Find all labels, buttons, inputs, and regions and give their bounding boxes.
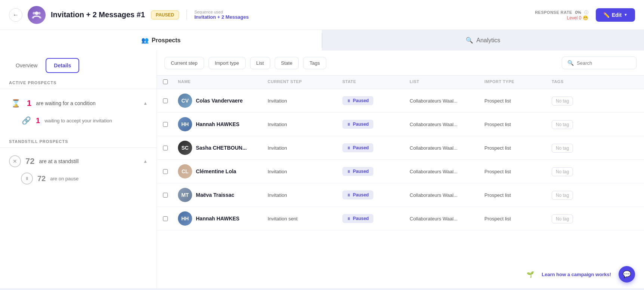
filter-list[interactable]: List (250, 57, 270, 69)
row-checkbox-cell (163, 169, 178, 174)
row-checkbox-5[interactable] (163, 216, 168, 221)
list-cell-4: Collaborateurs Waal... (410, 192, 484, 198)
no-tag-0: No tag (552, 97, 573, 106)
response-rate-block: RESPONSE RATE 0% ⓘ Level 0 😬 (535, 9, 588, 21)
standstill-row[interactable]: ✕ 72 are at a standstill ▲ (0, 152, 157, 170)
step-cell-1: Invitation (268, 122, 342, 127)
prospect-avatar-5: HH (178, 211, 192, 226)
filter-state[interactable]: State (275, 57, 299, 69)
table-row: MT Maëva Traissac Invitation ⏸ Paused Co… (157, 183, 644, 207)
campaign-avatar (28, 6, 46, 24)
prospect-name-0[interactable]: Colas Vandervaere (196, 98, 243, 104)
filter-current-step[interactable]: Current step (164, 57, 204, 69)
info-icon: ⓘ (584, 10, 588, 15)
state-badge-0: ⏸ Paused (342, 96, 373, 105)
response-rate-value: 0% (575, 10, 581, 15)
active-prospects-title: ACTIVE PROSPECTS (0, 80, 157, 89)
step-cell-4: Invitation (268, 192, 342, 198)
row-checkbox-4[interactable] (163, 193, 168, 198)
state-badge-2: ⏸ Paused (342, 143, 373, 152)
prospect-avatar-1: HH (178, 117, 192, 131)
prospect-name-3[interactable]: Clémentine Lola (196, 168, 236, 174)
state-badge-1: ⏸ Paused (342, 120, 373, 129)
search-input[interactable] (577, 60, 629, 66)
list-cell-1: Collaborateurs Waal... (410, 122, 484, 127)
edit-button[interactable]: ✏️ Edit ▼ (596, 8, 635, 22)
status-badge: PAUSED (151, 10, 179, 19)
row-checkbox-3[interactable] (163, 169, 168, 174)
campaign-title: Invitation + 2 Messages #1 (51, 10, 145, 19)
row-checkbox-2[interactable] (163, 146, 168, 150)
bottom-bar: 🌱 Learn how a campaign works! 💬 (527, 266, 635, 283)
no-tag-2: No tag (552, 144, 573, 153)
tab-analytics[interactable]: 🔍 Analytics (322, 30, 644, 51)
link-icon: 🔗 (21, 115, 31, 126)
left-panel: Overview Details ACTIVE PROSPECTS ⌛ 1 ar… (0, 51, 157, 288)
header-list: LIST (410, 79, 484, 85)
svg-point-1 (33, 12, 36, 14)
list-cell-3: Collaborateurs Waal... (410, 169, 484, 174)
plant-icon: 🌱 (527, 271, 534, 278)
search-box[interactable]: 🔍 (562, 57, 637, 69)
pause-icon-3: ⏸ (347, 170, 351, 174)
pause-icon-0: ⏸ (347, 99, 351, 103)
standstill-label: are at a standstill (39, 158, 78, 164)
prospect-avatar-2: SC (178, 141, 192, 155)
header-current-step: CURRENT STEP (268, 79, 342, 85)
waiting-count: 1 (27, 98, 31, 108)
chevron-up-icon-2: ▲ (143, 159, 148, 164)
list-cell-5: Collaborateurs Waal... (410, 216, 484, 222)
hourglass-icon: ⌛ (9, 97, 22, 110)
prospect-cell-2: SC Sasha CHETBOUN... (178, 141, 268, 155)
tab-prospects[interactable]: 👥 Prospects (0, 30, 322, 51)
row-checkbox-cell (163, 122, 178, 127)
tab-details[interactable]: Details (46, 58, 79, 73)
state-cell-3: ⏸ Paused (342, 167, 410, 176)
table-body: CV Colas Vandervaere Invitation ⏸ Paused… (157, 89, 644, 231)
prospect-avatar-0: CV (178, 94, 192, 108)
table-row: HH Hannah HAWKES Invitation sent ⏸ Pause… (157, 207, 644, 231)
sequence-info: Sequence used Invitation + 2 Messages (187, 10, 249, 20)
top-header: ← Invitation + 2 Messages #1 PAUSED Sequ… (0, 0, 644, 30)
table-header: NAME CURRENT STEP STATE LIST IMPORT TYPE… (157, 76, 644, 89)
prospect-name-2[interactable]: Sasha CHETBOUN... (196, 145, 247, 151)
no-tag-4: No tag (552, 191, 573, 200)
back-button[interactable]: ← (9, 8, 22, 22)
invitation-count: 1 (36, 116, 40, 125)
response-rate-label: RESPONSE RATE (535, 10, 572, 15)
right-panel: Current step Import type List State Tags… (157, 51, 644, 288)
content-area: Overview Details ACTIVE PROSPECTS ⌛ 1 ar… (0, 51, 644, 288)
filter-tags[interactable]: Tags (303, 57, 326, 69)
state-cell-5: ⏸ Paused (342, 214, 410, 223)
waiting-condition-row[interactable]: ⌛ 1 are waiting for a condition ▲ (0, 94, 157, 113)
row-checkbox-1[interactable] (163, 122, 168, 127)
tab-overview[interactable]: Overview (7, 58, 46, 73)
filter-import-type[interactable]: Import type (209, 57, 246, 69)
step-cell-3: Invitation (268, 169, 342, 174)
x-circle-icon: ✕ (9, 155, 21, 167)
table-row: CV Colas Vandervaere Invitation ⏸ Paused… (157, 89, 644, 113)
pause-icon-5: ⏸ (347, 217, 351, 221)
sequence-link[interactable]: Invitation + 2 Messages (194, 14, 249, 20)
select-all-checkbox[interactable] (163, 79, 168, 84)
search-icon: 🔍 (567, 60, 574, 66)
chevron-up-icon: ▲ (143, 101, 148, 106)
standstill-count: 72 (25, 156, 34, 166)
import-cell-3: Prospect list (484, 169, 552, 174)
step-cell-2: Invitation (268, 145, 342, 151)
header-right: RESPONSE RATE 0% ⓘ Level 0 😬 ✏️ Edit ▼ (535, 8, 635, 22)
tags-cell-4: No tag (552, 192, 604, 198)
prospect-name-5[interactable]: Hannah HAWKES (196, 216, 240, 222)
row-checkbox-0[interactable] (163, 98, 168, 103)
learn-link[interactable]: Learn how a campaign works! (542, 272, 611, 277)
list-cell-2: Collaborateurs Waal... (410, 145, 484, 151)
prospect-cell-1: HH Hannah HAWKES (178, 117, 268, 131)
prospect-name-1[interactable]: Hannah HAWKES (196, 121, 240, 127)
prospect-name-4[interactable]: Maëva Traissac (196, 192, 234, 198)
table-row: HH Hannah HAWKES Invitation ⏸ Paused Col… (157, 113, 644, 136)
chevron-down-icon: ▼ (624, 13, 628, 17)
prospects-icon: 👥 (141, 37, 149, 44)
table-row: CL Clémentine Lola Invitation ⏸ Paused C… (157, 160, 644, 183)
no-tag-5: No tag (552, 214, 573, 223)
chat-button[interactable]: 💬 (619, 266, 635, 283)
